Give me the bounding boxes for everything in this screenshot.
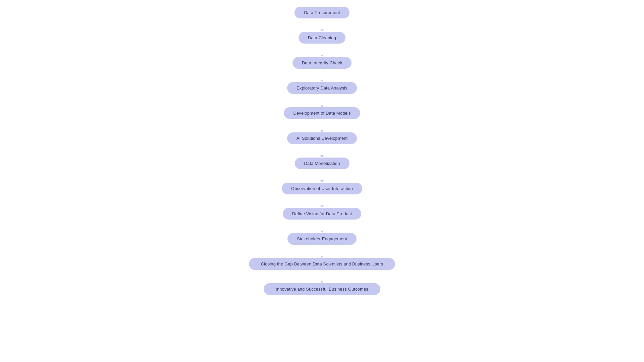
node-development-of-data-models: Development of Data Models — [284, 107, 360, 119]
arrow-3 — [322, 69, 322, 82]
node-data-integrity-check: Data Integrity Check — [292, 57, 352, 69]
arrow-7 — [322, 169, 322, 183]
node-data-monetization: Data Monetization — [295, 158, 350, 169]
node-data-procurement: Data Procurement — [294, 7, 350, 18]
arrow-9 — [322, 220, 322, 233]
node-define-vision-for-data-product: Define Vision for Data Product — [283, 208, 362, 220]
node-data-cleaning: Data Cleaning — [299, 32, 345, 44]
flowchart: Data Procurement Data Cleaning Data Inte… — [0, 0, 644, 308]
arrow-8 — [322, 194, 322, 208]
arrow-10 — [322, 245, 322, 258]
node-exploratory-data-analysis: Exploratory Data Analysis — [287, 82, 357, 94]
node-stakeholder-engagement: Stakeholder Engagement — [287, 233, 357, 245]
node-observation-of-user-interaction: Observation of User Interaction — [282, 183, 362, 194]
arrow-5 — [322, 119, 322, 132]
node-closing-the-gap: Closing the Gap Between Data Scientists … — [249, 258, 395, 270]
arrow-2 — [322, 44, 322, 57]
arrow-6 — [322, 144, 322, 158]
node-innovative-business-outcomes: Innovative and Successful Business Outco… — [264, 283, 380, 295]
arrow-11 — [322, 270, 322, 283]
node-ai-solutions-development: AI Solutions Development — [287, 132, 357, 144]
arrow-4 — [322, 94, 322, 107]
arrow-1 — [322, 18, 322, 32]
